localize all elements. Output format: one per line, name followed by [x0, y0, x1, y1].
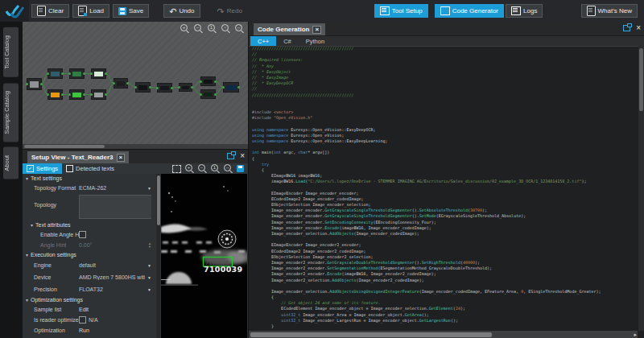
redo-button[interactable]: ↷ Redo	[212, 4, 248, 18]
setup-view-tab[interactable]: Setup View - Text_Reader3 ×	[27, 151, 129, 163]
collapse-icon[interactable]: ▾	[26, 175, 28, 181]
topology-textbox[interactable]	[79, 195, 151, 219]
spinner-value[interactable]: 0.00°	[79, 242, 146, 248]
zoom-original-icon[interactable]: 1	[211, 164, 220, 173]
zoom-original-icon[interactable]: 1	[208, 24, 217, 33]
select-region-icon[interactable]	[172, 165, 181, 173]
code-line: // * EasyObject	[252, 69, 642, 75]
run-button[interactable]: Run	[79, 328, 89, 333]
popout-icon[interactable]	[227, 153, 234, 159]
processing-node[interactable]	[157, 83, 172, 93]
output-node[interactable]	[223, 82, 239, 93]
code-generation-tab[interactable]: Code Generation ×	[254, 23, 325, 35]
processing-node[interactable]	[47, 68, 63, 79]
chevron-down-icon[interactable]: ▼	[147, 263, 151, 268]
engine-dropdown[interactable]: default▼	[79, 259, 151, 271]
chevron-down-icon[interactable]: ▼	[147, 287, 151, 292]
code-generator-button[interactable]: Code Generator	[435, 4, 504, 18]
sidebar-tab-sample-catalog[interactable]: Sample Catalog	[3, 83, 19, 142]
setting-label: Sample list	[34, 307, 61, 312]
zoom-in-icon[interactable]: +	[185, 164, 194, 173]
zoom-selection-icon[interactable]: ▫	[221, 24, 230, 33]
chevron-down-icon[interactable]: ▼	[147, 275, 151, 280]
processing-node[interactable]	[135, 82, 151, 93]
sidebar-tab-tool-catalog[interactable]: Tool Catalog	[3, 27, 19, 77]
code-line: // * EasyDeepOCR	[252, 80, 642, 86]
spinner-arrows-icon[interactable]: ▲▼	[148, 242, 151, 248]
processing-node[interactable]	[91, 68, 106, 79]
processing-node[interactable]	[69, 68, 85, 79]
collapse-icon[interactable]: ▾	[26, 252, 28, 258]
collapse-icon[interactable]: ▾	[26, 297, 28, 303]
setting-angle-hint: Angle Hint0.00°▲▼	[23, 240, 156, 250]
zoom-fit-icon[interactable]: ↔	[224, 164, 233, 173]
node-thumbnail	[51, 93, 60, 97]
combine-node[interactable]	[114, 78, 128, 89]
generated-code-editor[interactable]: ////////////////////////////////////////…	[249, 46, 642, 331]
close-icon[interactable]: ×	[312, 26, 321, 34]
precision-dropdown[interactable]: FLOAT32▼	[79, 283, 151, 295]
close-icon[interactable]: ×	[636, 24, 641, 31]
processing-node[interactable]	[47, 89, 63, 100]
zoom-out-icon[interactable]: −	[198, 164, 207, 173]
logs-icon	[511, 6, 521, 15]
scrollbar-thumb[interactable]	[24, 145, 105, 148]
node-thumbnail	[94, 93, 103, 97]
code-horizontal-scrollbar[interactable]: ▸	[249, 331, 638, 338]
scrollbar-thumb[interactable]	[157, 175, 160, 225]
setting-optimization: OptimizationRun	[23, 325, 156, 336]
clear-button[interactable]: Clear	[31, 4, 69, 18]
close-icon[interactable]: ×	[117, 154, 126, 162]
checkbox[interactable]	[79, 231, 86, 238]
code-line: using namespace Euresys::Open_eVision;	[252, 133, 642, 138]
tab-cpp[interactable]: C++	[250, 36, 276, 46]
left-catalog-rail: Tool CatalogSample CatalogAbout	[0, 22, 22, 338]
setting-label: Optimization	[34, 328, 65, 333]
tab-settings[interactable]: ✓ Settings	[23, 163, 62, 174]
logs-button[interactable]: Logs	[506, 4, 543, 18]
image-preview[interactable]: 7100039 7100039	[161, 174, 247, 338]
dropdown-value: ECMA-262	[79, 185, 145, 191]
processing-node[interactable]	[91, 89, 106, 100]
close-icon[interactable]: ×	[240, 152, 245, 159]
save-button[interactable]: Save	[113, 4, 149, 18]
zoom-out-icon[interactable]: −	[194, 24, 203, 33]
tool-setup-button[interactable]: Tool Setup	[374, 4, 428, 18]
edit-button[interactable]: Edit	[79, 307, 89, 312]
undo-button[interactable]: ↶ Undo	[163, 4, 200, 18]
tab-csharp[interactable]: C#	[276, 36, 299, 46]
zoom-in-icon[interactable]: +	[180, 24, 189, 33]
code-vertical-scrollbar[interactable]	[638, 46, 644, 331]
scrollbar-thumb[interactable]	[250, 332, 492, 337]
sidebar-tab-about[interactable]: About	[3, 147, 19, 179]
zoom-fit-icon[interactable]: ↔	[235, 24, 244, 33]
scrollbar-thumb[interactable]	[639, 48, 643, 111]
source-image-node[interactable]	[27, 78, 42, 90]
processing-node[interactable]	[69, 89, 85, 100]
code-line: Image_encoder_encoder.SetEncodingConnexi…	[252, 220, 642, 225]
collapse-icon[interactable]: ▾	[31, 222, 33, 228]
pipeline-canvas[interactable]: +−1▫↔	[22, 22, 249, 149]
code-line: // Get object 24 and some of its feature…	[252, 300, 642, 306]
code-generator-icon	[440, 6, 450, 15]
load-button[interactable]: Load	[72, 4, 109, 18]
whats-new-button[interactable]: What's New	[581, 4, 638, 18]
chevron-down-icon[interactable]: ▼	[147, 186, 151, 191]
popout-icon[interactable]	[623, 25, 630, 31]
scroll-right-arrow-icon[interactable]: ▸	[634, 331, 637, 338]
tab-python[interactable]: Python	[299, 36, 332, 46]
topology-format-dropdown[interactable]: ECMA-262▼	[79, 183, 151, 193]
node-thumbnail	[30, 81, 39, 88]
settings-scrollbar[interactable]	[156, 174, 160, 338]
redo-label: Redo	[227, 7, 242, 14]
processing-node[interactable]	[200, 76, 216, 86]
whats-new-icon	[587, 6, 596, 16]
save-image-icon[interactable]	[237, 165, 244, 172]
setup-view-tabbar: Setup View - Text_Reader3 × ×	[23, 150, 249, 164]
tab-detected-texts[interactable]: Detected texts	[62, 163, 118, 174]
processing-node[interactable]	[200, 89, 216, 99]
device-dropdown[interactable]: AMD Ryzen 7 5800HS with Radeon▼	[79, 271, 151, 283]
code-line: Image_encoder2_selection.AddObjects(Imag…	[252, 278, 642, 283]
processing-node[interactable]	[179, 83, 192, 92]
checkbox[interactable]	[79, 316, 86, 324]
